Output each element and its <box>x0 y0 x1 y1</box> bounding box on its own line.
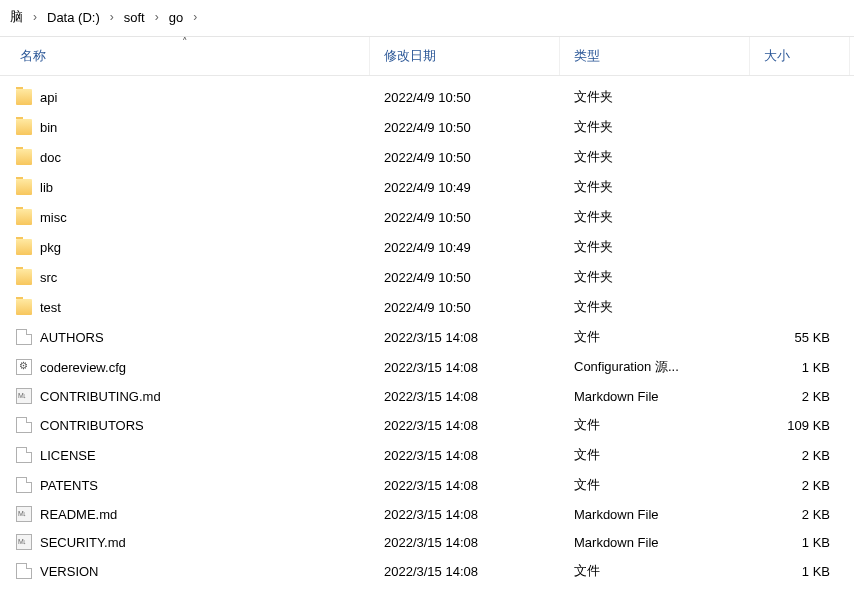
file-name-label: LICENSE <box>40 448 96 463</box>
file-modified-cell: 2022/4/9 10:50 <box>370 298 560 317</box>
file-modified-cell: 2022/4/9 10:49 <box>370 238 560 257</box>
file-type-cell: 文件 <box>560 474 750 496</box>
file-size-cell: 109 KB <box>750 416 850 435</box>
file-icon <box>16 563 32 579</box>
column-header-type[interactable]: 类型 <box>560 37 750 75</box>
file-size-cell: 1 KB <box>750 358 850 377</box>
file-name-cell: api <box>0 87 370 107</box>
file-name-cell: test <box>0 297 370 317</box>
folder-icon <box>16 269 32 285</box>
file-modified-cell: 2022/4/9 10:50 <box>370 208 560 227</box>
list-item[interactable]: README.md2022/3/15 14:08Markdown File2 K… <box>0 500 854 528</box>
list-item[interactable]: PATENTS2022/3/15 14:08文件2 KB <box>0 470 854 500</box>
column-header-size[interactable]: 大小 <box>750 37 850 75</box>
list-item[interactable]: doc2022/4/9 10:50文件夹 <box>0 142 854 172</box>
folder-icon <box>16 209 32 225</box>
file-name-label: SECURITY.md <box>40 535 126 550</box>
file-name-cell: bin <box>0 117 370 137</box>
file-name-label: VERSION <box>40 564 99 579</box>
list-item[interactable]: pkg2022/4/9 10:49文件夹 <box>0 232 854 262</box>
list-item[interactable]: api2022/4/9 10:50文件夹 <box>0 82 854 112</box>
list-item[interactable]: misc2022/4/9 10:50文件夹 <box>0 202 854 232</box>
column-header-modified[interactable]: 修改日期 <box>370 37 560 75</box>
list-item[interactable]: codereview.cfg2022/3/15 14:08Configurati… <box>0 352 854 382</box>
column-header-name[interactable]: ˄ 名称 <box>0 37 370 75</box>
folder-icon <box>16 239 32 255</box>
file-name-cell: AUTHORS <box>0 327 370 347</box>
file-name-label: src <box>40 270 57 285</box>
file-name-label: CONTRIBUTING.md <box>40 389 161 404</box>
column-header-label: 大小 <box>764 48 790 63</box>
file-name-cell: VERSION <box>0 561 370 581</box>
column-header-label: 修改日期 <box>384 48 436 63</box>
file-size-cell <box>750 155 850 159</box>
file-name-label: codereview.cfg <box>40 360 126 375</box>
file-name-cell: SECURITY.md <box>0 532 370 552</box>
file-name-label: AUTHORS <box>40 330 104 345</box>
list-item[interactable]: CONTRIBUTORS2022/3/15 14:08文件109 KB <box>0 410 854 440</box>
chevron-right-icon: › <box>193 10 197 24</box>
file-modified-cell: 2022/3/15 14:08 <box>370 328 560 347</box>
file-type-cell: Markdown File <box>560 505 750 524</box>
list-item[interactable]: lib2022/4/9 10:49文件夹 <box>0 172 854 202</box>
breadcrumb-item[interactable]: soft <box>120 8 149 27</box>
file-type-cell: 文件夹 <box>560 146 750 168</box>
file-size-cell: 1 KB <box>750 533 850 552</box>
markdown-file-icon <box>16 388 32 404</box>
file-modified-cell: 2022/3/15 14:08 <box>370 505 560 524</box>
file-size-cell <box>750 185 850 189</box>
breadcrumb-item[interactable]: go <box>165 8 187 27</box>
folder-icon <box>16 89 32 105</box>
file-name-cell: misc <box>0 207 370 227</box>
file-list: api2022/4/9 10:50文件夹bin2022/4/9 10:50文件夹… <box>0 76 854 590</box>
list-item[interactable]: LICENSE2022/3/15 14:08文件2 KB <box>0 440 854 470</box>
file-name-cell: README.md <box>0 504 370 524</box>
list-item[interactable]: src2022/4/9 10:50文件夹 <box>0 262 854 292</box>
file-icon <box>16 477 32 493</box>
breadcrumb-item[interactable]: 脑 <box>6 6 27 28</box>
column-header-row: ˄ 名称 修改日期 类型 大小 <box>0 37 854 76</box>
file-name-label: PATENTS <box>40 478 98 493</box>
file-name-cell: doc <box>0 147 370 167</box>
file-icon <box>16 329 32 345</box>
file-type-cell: 文件 <box>560 326 750 348</box>
chevron-right-icon: › <box>110 10 114 24</box>
file-type-cell: 文件 <box>560 414 750 436</box>
file-icon <box>16 417 32 433</box>
list-item[interactable]: VERSION2022/3/15 14:08文件1 KB <box>0 556 854 586</box>
list-item[interactable]: SECURITY.md2022/3/15 14:08Markdown File1… <box>0 528 854 556</box>
file-name-label: api <box>40 90 57 105</box>
file-size-cell <box>750 275 850 279</box>
file-modified-cell: 2022/3/15 14:08 <box>370 533 560 552</box>
list-item[interactable]: bin2022/4/9 10:50文件夹 <box>0 112 854 142</box>
file-name-cell: CONTRIBUTING.md <box>0 386 370 406</box>
file-modified-cell: 2022/3/15 14:08 <box>370 358 560 377</box>
file-name-label: CONTRIBUTORS <box>40 418 144 433</box>
file-name-cell: codereview.cfg <box>0 357 370 377</box>
list-item[interactable]: AUTHORS2022/3/15 14:08文件55 KB <box>0 322 854 352</box>
breadcrumb: 脑 › Data (D:) › soft › go › <box>0 0 854 37</box>
list-item[interactable]: test2022/4/9 10:50文件夹 <box>0 292 854 322</box>
file-name-label: pkg <box>40 240 61 255</box>
markdown-file-icon <box>16 534 32 550</box>
column-header-label: 名称 <box>20 48 46 63</box>
file-size-cell <box>750 95 850 99</box>
file-type-cell: 文件夹 <box>560 176 750 198</box>
file-modified-cell: 2022/3/15 14:08 <box>370 476 560 495</box>
file-name-cell: PATENTS <box>0 475 370 495</box>
file-type-cell: Configuration 源... <box>560 356 750 378</box>
breadcrumb-item[interactable]: Data (D:) <box>43 8 104 27</box>
file-modified-cell: 2022/4/9 10:50 <box>370 148 560 167</box>
file-type-cell: 文件 <box>560 560 750 582</box>
file-modified-cell: 2022/4/9 10:50 <box>370 268 560 287</box>
file-type-cell: 文件夹 <box>560 86 750 108</box>
list-item[interactable]: CONTRIBUTING.md2022/3/15 14:08Markdown F… <box>0 382 854 410</box>
chevron-right-icon: › <box>155 10 159 24</box>
file-name-label: bin <box>40 120 57 135</box>
file-name-label: lib <box>40 180 53 195</box>
folder-icon <box>16 119 32 135</box>
file-modified-cell: 2022/4/9 10:49 <box>370 178 560 197</box>
file-name-label: doc <box>40 150 61 165</box>
file-size-cell: 2 KB <box>750 387 850 406</box>
folder-icon <box>16 299 32 315</box>
